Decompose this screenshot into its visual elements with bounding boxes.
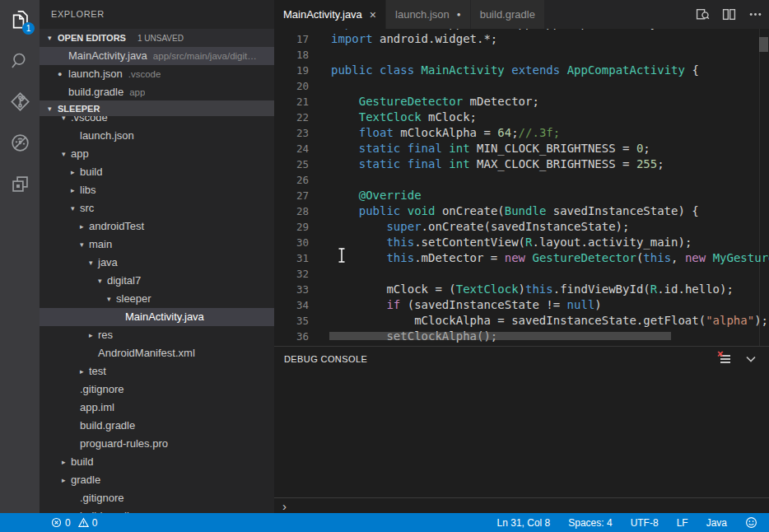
line-number: 34 <box>274 297 309 313</box>
open-editor-item-build-gradle[interactable]: build.gradleapp <box>40 83 274 101</box>
tree-item-label: AndroidManifest.xml <box>98 344 195 362</box>
tree-item-libs[interactable]: ▸libs <box>40 181 274 199</box>
line-text: GestureDetector mDetector; <box>309 94 539 110</box>
status-item-spaces-4[interactable]: Spaces: 4 <box>568 517 612 529</box>
tree-item-res[interactable]: ▸res <box>40 326 274 344</box>
status-item-lf[interactable]: LF <box>677 517 688 529</box>
activity-search-button[interactable] <box>0 41 40 82</box>
vertical-scrollbar-thumb[interactable] <box>759 37 768 52</box>
chevron-collapsed-icon: ▸ <box>62 471 71 489</box>
code-line: 32 <box>274 266 769 282</box>
status-item-java[interactable]: Java <box>706 517 727 529</box>
tab-label: MainActivity.java <box>283 8 362 21</box>
tab-label: build.gradle <box>480 8 535 21</box>
line-number: 28 <box>274 203 309 219</box>
tree-item-mainactivity-java[interactable]: MainActivity.java <box>40 308 274 326</box>
panel-title[interactable]: DEBUG CONSOLE <box>284 354 367 364</box>
line-text <box>309 266 331 282</box>
tree-item-label: res <box>98 326 113 344</box>
more-actions-icon[interactable] <box>746 6 764 24</box>
status-item-ln-31-col-8[interactable]: Ln 31, Col 8 <box>497 517 551 529</box>
tree-item-label: build.gradle <box>80 417 135 435</box>
line-number: 22 <box>274 110 309 125</box>
chevron-expanded-icon: ▾ <box>89 254 98 272</box>
tree-item-digital7[interactable]: ▾digital7 <box>40 272 274 290</box>
tree-item-launch-json[interactable]: launch.json <box>40 127 274 145</box>
open-editor-item-launch-json[interactable]: ●launch.json.vscode <box>40 65 274 83</box>
line-number: 35 <box>274 313 309 329</box>
tree-item-app[interactable]: ▾app <box>40 145 274 163</box>
tree-item-gradle[interactable]: ▸gradle <box>40 471 274 489</box>
line-number: 32 <box>274 266 309 282</box>
line-text: mClockAlpha = savedInstanceState.getFloa… <box>309 313 768 329</box>
tree-item-label: app.iml <box>80 399 114 417</box>
tree-item-build-gradle[interactable]: build.gradle <box>40 507 274 513</box>
status-bar: 0 0 Ln 31, Col 8Spaces: 4UTF-8LFJava <box>0 513 769 532</box>
explorer-sidebar: EXPLORER ▾ OPEN EDITORS 1 UNSAVED MainAc… <box>40 0 274 513</box>
line-text: @Override <box>309 188 422 203</box>
tree-item-androidtest[interactable]: ▸androidTest <box>40 217 274 236</box>
tree-item-label: build <box>80 163 102 181</box>
vertical-scrollbar-track[interactable] <box>759 29 769 346</box>
status-item-utf-8[interactable]: UTF-8 <box>631 517 659 529</box>
tree-item-main[interactable]: ▾main <box>40 236 274 254</box>
tree-item-gitignore[interactable]: .gitignore <box>40 489 274 507</box>
tree-item-label: libs <box>80 181 96 199</box>
activity-explorer-button[interactable]: 1 <box>0 0 40 41</box>
line-number: 33 <box>274 282 309 297</box>
tree-item-proguard-rules-pro[interactable]: proguard-rules.pro <box>40 435 274 453</box>
file-tree: ▾.vscodelaunch.json▾app▸build▸libs▾src▸a… <box>40 109 274 513</box>
split-editor-icon[interactable] <box>720 6 738 24</box>
tree-item-app-iml[interactable]: app.iml <box>40 399 274 417</box>
tree-item-androidmanifest-xml[interactable]: AndroidManifest.xml <box>40 344 274 362</box>
tree-item-java[interactable]: ▾java <box>40 254 274 272</box>
line-text: static final int MIN_CLOCK_BRIGHTNESS = … <box>309 141 650 156</box>
line-text: public class MainActivity extends AppCom… <box>309 63 699 78</box>
close-icon[interactable]: × <box>370 8 376 21</box>
sidebar-title: EXPLORER <box>40 0 274 29</box>
chevron-down-icon[interactable] <box>744 352 759 366</box>
tree-item-gitignore[interactable]: .gitignore <box>40 380 274 399</box>
repl-prompt-chevron[interactable]: › <box>282 499 287 513</box>
clear-console-icon[interactable]: × <box>718 352 733 366</box>
activity-debug-button[interactable] <box>0 124 40 165</box>
error-icon <box>51 517 62 528</box>
folder-section-header[interactable]: ▾ SLEEPER <box>40 100 274 116</box>
code-line: 24 static final int MIN_CLOCK_BRIGHTNESS… <box>274 141 769 156</box>
line-number: 30 <box>274 235 309 250</box>
debug-no-bug-icon <box>9 132 31 157</box>
line-text <box>309 172 331 188</box>
open-editor-description: app/src/main/java/digit… <box>153 47 257 65</box>
repl-divider <box>274 497 769 498</box>
tree-item-label: proguard-rules.pro <box>80 435 168 453</box>
tree-item-label: gradle <box>71 471 100 489</box>
tree-item-src[interactable]: ▾src <box>40 199 274 217</box>
open-editor-name: build.gradle <box>68 83 124 101</box>
tab-build-gradle[interactable]: build.gradle <box>471 0 545 29</box>
open-preview-icon[interactable] <box>693 6 711 24</box>
tree-item-build[interactable]: ▸build <box>40 453 274 471</box>
code-line: 35 mClockAlpha = savedInstanceState.getF… <box>274 313 769 329</box>
line-text: super.onCreate(savedInstanceState); <box>309 219 629 235</box>
chevron-collapsed-icon: ▸ <box>71 181 80 199</box>
activity-source-control-button[interactable] <box>0 82 40 124</box>
code-line: 28 public void onCreate(Bundle savedInst… <box>274 203 769 219</box>
code-line: 27 @Override <box>274 188 769 203</box>
problems-indicator[interactable]: 0 0 <box>51 517 97 529</box>
tab-launch-json[interactable]: launch.json● <box>386 0 471 29</box>
tab-mainactivity-java[interactable]: MainActivity.java× <box>274 0 386 29</box>
tree-item-sleeper[interactable]: ▾sleeper <box>40 290 274 308</box>
tree-item-build[interactable]: ▸build <box>40 163 274 181</box>
activity-extensions-button[interactable] <box>0 165 40 206</box>
tree-item-build-gradle[interactable]: build.gradle <box>40 417 274 435</box>
feedback-smiley-icon[interactable] <box>745 516 757 529</box>
tree-item-test[interactable]: ▸test <box>40 362 274 380</box>
open-editors-label: OPEN EDITORS <box>58 33 126 43</box>
chevron-expanded-icon: ▾ <box>107 290 116 308</box>
horizontal-scrollbar[interactable] <box>329 332 671 340</box>
code-line: 21 GestureDetector mDetector; <box>274 94 769 110</box>
code-editor[interactable]: 16import android.support.v7.app.AppCompa… <box>274 29 769 346</box>
open-editor-name: MainActivity.java <box>68 47 147 65</box>
open-editor-item-mainactivity-java[interactable]: MainActivity.javaapp/src/main/java/digit… <box>40 47 274 65</box>
open-editors-header[interactable]: ▾ OPEN EDITORS 1 UNSAVED <box>40 29 274 47</box>
